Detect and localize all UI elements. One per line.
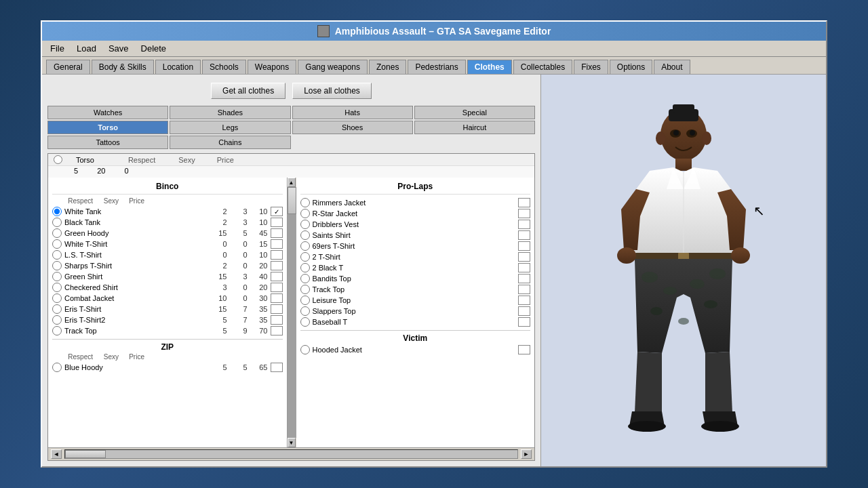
binco-item-checkbox[interactable] [271,293,283,303]
binco-item-checkbox[interactable]: ✓ [271,207,283,216]
menu-delete[interactable]: Delete [136,42,172,55]
tab-gang-weapons[interactable]: Gang weapons [298,60,368,74]
scroll-thumb-horizontal[interactable] [65,450,106,458]
cat-special[interactable]: Special [414,106,535,119]
zip-item-checkbox[interactable] [271,363,283,372]
prolaps-item-radio[interactable] [300,306,310,316]
binco-item-sexy: 0 [227,240,248,248]
prolaps-item-name: Saints Shirt [313,231,516,239]
scroll-track-horizontal[interactable] [64,449,518,459]
binco-item-radio[interactable] [52,326,62,336]
prolaps-item-radio[interactable] [300,274,310,283]
prolaps-item-checkbox[interactable] [518,317,530,327]
binco-item-radio[interactable] [52,261,62,270]
prolaps-item-radio[interactable] [300,285,310,294]
scroll-up-button[interactable]: ▲ [288,178,296,187]
tab-about[interactable]: About [654,60,690,74]
binco-item-radio[interactable] [52,228,62,238]
binco-item-radio[interactable] [52,218,62,227]
binco-item-checkbox[interactable] [271,283,283,292]
prolaps-item-checkbox[interactable] [518,296,530,305]
scroll-thumb-vertical[interactable] [288,187,296,214]
prolaps-item-checkbox[interactable] [518,230,530,240]
prolaps-item-checkbox[interactable] [518,263,530,272]
scroll-left-button[interactable]: ◄ [51,449,62,459]
binco-item-checkbox[interactable] [271,315,283,325]
prolaps-item-checkbox[interactable] [518,306,530,316]
binco-item-checkbox[interactable] [271,239,283,249]
prolaps-item-checkbox[interactable] [518,252,530,262]
victim-item-checkbox[interactable] [518,345,530,354]
prolaps-item-radio[interactable] [300,263,310,272]
binco-item-checkbox[interactable] [271,304,283,314]
binco-item-respect: 0 [207,251,227,259]
tab-general[interactable]: General [46,60,90,74]
binco-item-radio[interactable] [52,239,62,249]
svg-rect-2 [673,104,694,113]
binco-item-checkbox[interactable] [271,250,283,260]
tab-options[interactable]: Options [610,60,652,74]
tab-collectables[interactable]: Collectables [513,60,572,74]
prolaps-item-checkbox[interactable] [518,285,530,294]
prolaps-item-radio[interactable] [300,230,310,240]
prolaps-item-radio[interactable] [300,220,310,229]
scroll-down-button[interactable]: ▼ [288,438,296,447]
cat-tattoos[interactable]: Tattoos [47,136,168,149]
cat-torso[interactable]: Torso [47,121,168,134]
tab-pedestrians[interactable]: Pedestrians [408,60,465,74]
tab-clothes[interactable]: Clothes [467,60,512,74]
tab-zones[interactable]: Zones [369,60,406,74]
lose-all-clothes-button[interactable]: Lose all clothes [292,83,372,99]
zip-item-radio[interactable] [52,363,62,372]
tab-weapons[interactable]: Weapons [248,60,296,74]
binco-item-checkbox[interactable] [271,261,283,270]
binco-item-radio[interactable] [52,283,62,292]
prolaps-item-radio[interactable] [300,252,310,262]
tab-location[interactable]: Location [155,60,201,74]
cat-haircut[interactable]: Haircut [414,121,535,134]
torso-radio[interactable] [54,155,62,164]
binco-item-radio[interactable] [52,293,62,303]
cat-hats[interactable]: Hats [292,106,413,119]
vertical-scrollbar[interactable]: ▲ ▼ [287,178,296,447]
cat-chains[interactable]: Chains [170,136,290,149]
binco-item-checkbox[interactable] [271,228,283,238]
binco-item-radio[interactable] [52,304,62,314]
get-all-clothes-button[interactable]: Get all clothes [211,83,285,99]
binco-item-radio[interactable] [52,315,62,325]
svg-point-8 [690,130,695,136]
menu-load[interactable]: Load [71,42,102,55]
prolaps-item-radio[interactable] [300,317,310,327]
scroll-track-vertical[interactable] [288,187,296,438]
menu-file[interactable]: File [45,42,70,55]
svg-point-13 [617,247,636,264]
binco-item-radio[interactable] [52,207,62,216]
binco-item-respect: 5 [207,327,227,335]
cat-shades[interactable]: Shades [170,106,290,119]
tab-schools[interactable]: Schools [202,60,246,74]
prolaps-item-checkbox[interactable] [518,220,530,229]
tab-fixes[interactable]: Fixes [574,60,608,74]
prolaps-item-radio[interactable] [300,209,310,218]
menu-save[interactable]: Save [103,42,134,55]
prolaps-item-checkbox[interactable] [518,209,530,218]
binco-item-checkbox[interactable] [271,218,283,227]
binco-item-radio[interactable] [52,272,62,281]
cat-watches[interactable]: Watches [47,106,168,119]
prolaps-item-radio[interactable] [300,241,310,251]
tab-body-skills[interactable]: Body & Skills [92,60,154,74]
cat-shoes[interactable]: Shoes [292,121,413,134]
victim-item-radio[interactable] [300,345,310,354]
binco-item-checkbox[interactable] [271,272,283,281]
prolaps-item-checkbox[interactable] [518,274,530,283]
binco-item-radio[interactable] [52,250,62,260]
prolaps-item-checkbox[interactable] [518,198,530,207]
cat-legs[interactable]: Legs [170,121,290,134]
scroll-right-button[interactable]: ► [521,449,532,459]
prolaps-item-checkbox[interactable] [518,241,530,251]
svg-point-17 [690,279,705,289]
binco-sexy-header: Sexy [93,197,119,205]
prolaps-item-radio[interactable] [300,296,310,305]
prolaps-item-radio[interactable] [300,198,310,207]
binco-item-checkbox[interactable] [271,326,283,336]
